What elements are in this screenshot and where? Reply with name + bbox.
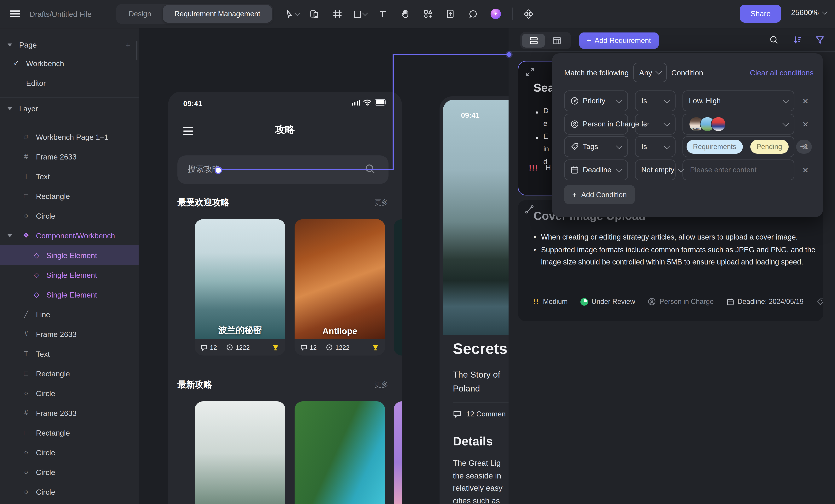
import-file-tool[interactable] (442, 5, 459, 23)
tab-requirement-management[interactable]: Requirement Management (163, 5, 272, 23)
value-select[interactable]: Low, High (683, 90, 794, 112)
search-bar[interactable]: 搜索攻略 (178, 156, 388, 184)
breadcrumb[interactable]: Drafts/Untitled File (29, 10, 91, 18)
strategy-card[interactable]: 波兰的秘密 12 1222 (195, 219, 285, 356)
operator-select[interactable]: Is (635, 136, 675, 157)
operator-select[interactable]: Is (635, 114, 675, 135)
layer-row[interactable]: □Rectangle (0, 423, 139, 443)
sort-icon[interactable] (793, 35, 802, 45)
field-select[interactable]: Priority (564, 90, 628, 112)
add-page-button[interactable]: + (125, 40, 130, 50)
shape-tool[interactable] (351, 5, 369, 23)
field-select[interactable]: Tags (564, 136, 628, 157)
meta-deadline[interactable]: Deadline: 2024/05/19 (726, 298, 803, 306)
ai-assistant-button[interactable]: ✦ (487, 5, 505, 23)
expand-icon[interactable] (525, 67, 535, 77)
layer-row[interactable]: ○Circle (0, 206, 139, 226)
component-library-tool[interactable] (520, 5, 537, 23)
connector-link-icon[interactable] (525, 205, 534, 214)
scrollbar[interactable] (136, 41, 138, 60)
operator-select[interactable]: Not empty (635, 160, 675, 180)
layer-row[interactable]: TText (0, 344, 139, 364)
components-shapes-tool[interactable] (419, 5, 436, 23)
tab-design[interactable]: Design (117, 5, 163, 23)
remove-condition-button[interactable]: ✕ (801, 142, 810, 151)
layer-row[interactable]: ○Circle (0, 502, 139, 504)
add-requirement-label: Add Requirement (594, 37, 651, 45)
clear-all-conditions-link[interactable]: Clear all conditions (750, 68, 814, 77)
filter-icon[interactable] (815, 35, 824, 45)
search-icon[interactable] (770, 35, 779, 45)
list-view-button[interactable] (522, 34, 545, 47)
comments-label: 12 Commen (466, 410, 506, 418)
field-select[interactable]: Deadline (564, 160, 628, 180)
strategy-card-clipped[interactable] (394, 401, 402, 504)
layer-row[interactable]: #Frame 2633 (0, 324, 139, 344)
layer-row[interactable]: TText (0, 166, 139, 186)
cursor-tool[interactable] (284, 5, 301, 23)
add-condition-button[interactable]: + Add Condition (564, 185, 635, 204)
value-select[interactable]: 暗中观察 (683, 114, 794, 135)
layer-row[interactable]: □Rectangle (0, 364, 139, 383)
tag-pill-requirements[interactable]: Requirements (687, 140, 742, 154)
hand-tool[interactable] (396, 5, 414, 23)
condition-value-input[interactable] (683, 160, 794, 180)
tag-pill-pending[interactable]: Pending (750, 140, 789, 154)
layer-row[interactable]: ○Circle (0, 443, 139, 462)
page-item-editor[interactable]: Editor (0, 73, 139, 93)
value-select[interactable]: Requirements Pending +1 (683, 136, 794, 157)
layer-row[interactable]: ○Circle (0, 482, 139, 502)
layer-row[interactable]: ◇Single Element (0, 265, 139, 285)
main-menu-icon[interactable] (10, 11, 20, 17)
strategy-card[interactable] (294, 401, 385, 504)
layer-row[interactable]: ◇Single Element (0, 285, 139, 304)
layer-row[interactable]: #Frame 2633 (0, 403, 139, 423)
strategy-card[interactable]: Antilope 12 1222 (294, 219, 385, 356)
text-tool[interactable] (374, 5, 391, 23)
meta-person[interactable]: Person in Charge (648, 298, 714, 306)
views-icon (226, 344, 233, 351)
phone-frame-strategy-list[interactable]: 09:41 攻略 搜索攻略 最受欢迎攻略 更多 (168, 92, 402, 504)
meta-priority[interactable]: !! Medium (533, 298, 568, 306)
layer-row[interactable]: ○Circle (0, 383, 139, 403)
layer-row[interactable]: □Rectangle (0, 186, 139, 206)
remove-condition-button[interactable]: ✕ (801, 97, 810, 105)
person-icon (571, 120, 579, 128)
comments-row[interactable]: 12 Commen (453, 409, 506, 418)
table-view-button[interactable] (545, 34, 568, 47)
meta-status[interactable]: Under Review (581, 298, 635, 306)
frame-device-tool[interactable] (306, 5, 324, 23)
remove-condition-button[interactable]: ✕ (801, 166, 810, 174)
strategy-card[interactable] (195, 401, 285, 504)
layer-section-header[interactable]: Layer (0, 98, 139, 119)
avatar (711, 117, 726, 132)
zoom-level-control[interactable]: 25600% (791, 8, 827, 17)
page-section-header[interactable]: Page + (0, 36, 139, 53)
design-canvas[interactable]: 09:41 攻略 搜索攻略 最受欢迎攻略 更多 (139, 28, 509, 504)
meta-tags[interactable]: Ta (816, 298, 823, 306)
layer-row[interactable]: ╱Line (0, 304, 139, 324)
requirement-card-cover-image[interactable]: Cover Image Upload •When creating or edi… (518, 200, 823, 321)
more-link[interactable]: 更多 (374, 198, 388, 208)
page-item-workbench[interactable]: ✓ Workbench (0, 53, 139, 73)
phone-frame-article-detail[interactable]: 09:41 Secrets The Story of Poland 12 Com… (440, 96, 509, 504)
frame-grid-tool[interactable] (329, 5, 346, 23)
share-button[interactable]: Share (740, 5, 781, 23)
strategy-card-clipped[interactable] (394, 219, 402, 356)
layer-row[interactable]: ○Circle (0, 462, 139, 482)
layer-row-selected[interactable]: ◇Single Element (0, 245, 139, 265)
collapse-triangle-icon[interactable] (7, 234, 12, 237)
left-sidebar: Page + ✓ Workbench Editor Layer ⧉Workben… (0, 28, 139, 504)
match-mode-select[interactable]: Any (633, 63, 667, 82)
layer-row-component[interactable]: ❖Component/Workbench (0, 226, 139, 245)
remove-condition-button[interactable]: ✕ (801, 120, 810, 128)
field-select[interactable]: Person in Charge (564, 114, 628, 135)
collapse-triangle-icon[interactable] (7, 107, 12, 110)
layer-row[interactable]: #Frame 2633 (0, 147, 139, 166)
comment-tool[interactable] (465, 5, 482, 23)
more-link[interactable]: 更多 (374, 380, 388, 390)
layer-row[interactable]: ⧉Workbench Page 1–1 (0, 127, 139, 147)
operator-select[interactable]: Is (635, 90, 675, 112)
collapse-triangle-icon[interactable] (7, 43, 12, 46)
add-requirement-button[interactable]: + Add Requirement (579, 33, 658, 49)
